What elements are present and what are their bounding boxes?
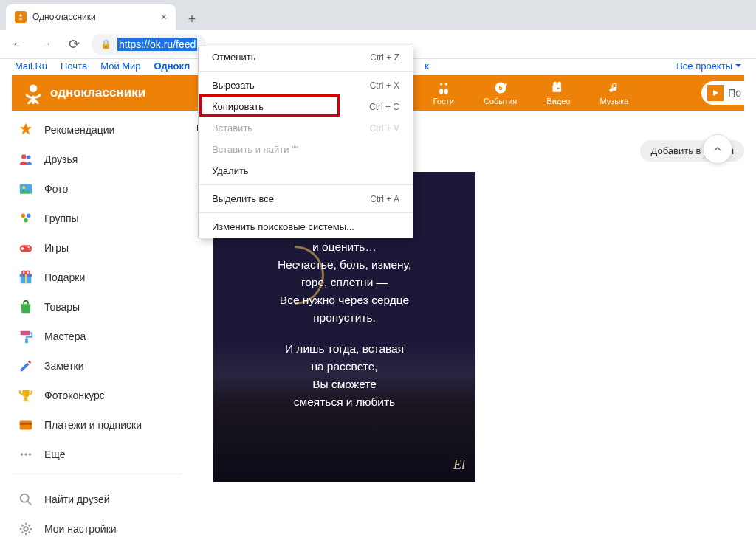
photo-icon (18, 181, 34, 197)
nav-video[interactable]: Видео (546, 80, 570, 105)
sidebar-games[interactable]: Игры (12, 233, 182, 263)
events-icon: 5 (493, 80, 508, 95)
svg-point-14 (27, 156, 30, 160)
lock-icon: 🔒 (100, 39, 111, 49)
sidebar-settings[interactable]: Мои настройки (12, 514, 182, 540)
sidebar-gifts[interactable]: Подарки (12, 263, 182, 292)
bag-icon (18, 299, 34, 315)
sidebar-find-friends[interactable]: Найти друзей (12, 485, 182, 514)
svg-point-7 (445, 83, 447, 85)
nav-events[interactable]: 5События (484, 80, 517, 105)
card-icon (18, 417, 34, 433)
ok-favicon (15, 11, 27, 23)
svg-point-38 (29, 453, 32, 456)
post-button[interactable]: По (701, 81, 746, 105)
svg-point-37 (24, 453, 27, 456)
star-icon (18, 122, 34, 138)
svg-point-24 (29, 249, 30, 250)
svg-point-12 (558, 82, 562, 86)
nav-music[interactable]: Музыка (599, 80, 628, 105)
svg-rect-31 (25, 339, 28, 343)
sidebar-market[interactable]: Товары (12, 292, 182, 322)
reload-button[interactable]: ⟳ (63, 34, 84, 55)
svg-rect-33 (23, 400, 28, 401)
svg-point-1 (30, 85, 38, 93)
svg-point-17 (21, 214, 25, 218)
svg-rect-27 (25, 274, 27, 283)
scroll-top-button[interactable] (703, 134, 732, 164)
cm-cut[interactable]: ВырезатьCtrl + X (199, 75, 413, 96)
svg-point-36 (21, 453, 24, 456)
svg-point-11 (554, 82, 557, 86)
svg-point-16 (22, 186, 25, 189)
mymir-link[interactable]: Мой Мир (100, 60, 140, 72)
sidebar-groups[interactable]: Группы (12, 204, 182, 233)
all-projects[interactable]: Все проекты (676, 60, 741, 72)
play-icon (707, 85, 724, 101)
sidebar-notes[interactable]: Заметки (12, 351, 182, 381)
people-icon (18, 151, 34, 167)
k-link[interactable]: к (425, 60, 429, 72)
cm-copy[interactable]: КопироватьCtrl + C (199, 96, 413, 117)
gift-icon (18, 269, 34, 285)
svg-rect-34 (20, 421, 32, 430)
url-input[interactable]: 🔒 https://ok.ru/feed (92, 34, 206, 55)
signature: El (453, 455, 465, 476)
music-icon (607, 80, 622, 95)
browser-tab[interactable]: Одноклассники × (6, 4, 176, 30)
svg-point-29 (26, 271, 30, 274)
cm-select-all[interactable]: Выделить всеCtrl + A (199, 188, 413, 210)
cm-search-engines[interactable]: Изменить поисковые системы... (199, 216, 413, 238)
tab-title: Одноклассники (32, 12, 96, 22)
svg-rect-30 (21, 331, 30, 336)
cm-delete[interactable]: Удалить (199, 160, 413, 181)
context-menu: ОтменитьCtrl + Z ВырезатьCtrl + X Копиро… (198, 46, 413, 238)
chevron-up-icon (712, 143, 724, 155)
search-icon (18, 491, 34, 508)
sidebar-more[interactable]: Ещё (12, 440, 182, 469)
mail-link[interactable]: Почта (61, 60, 87, 72)
svg-point-40 (24, 527, 28, 531)
guests-icon (436, 80, 451, 95)
svg-point-19 (24, 218, 28, 223)
ok-link[interactable]: Однокл (154, 60, 190, 72)
mailru-link[interactable]: Mail.Ru (15, 60, 47, 72)
ok-brand[interactable]: одноклассники (12, 82, 156, 104)
svg-point-0 (19, 14, 21, 16)
roller-icon (18, 328, 34, 345)
cm-undo[interactable]: ОтменитьCtrl + Z (199, 46, 413, 68)
svg-rect-22 (21, 248, 24, 249)
svg-text:5: 5 (498, 84, 502, 91)
new-tab-button[interactable]: + (182, 9, 202, 30)
cm-paste-search: Вставить и найти "" (199, 139, 413, 160)
ok-top-nav: Друзья Гости 5События Видео Музыка (377, 80, 628, 105)
video-icon (551, 80, 566, 95)
sidebar-reco[interactable]: Рекомендации (12, 115, 182, 145)
sidebar-photo[interactable]: Фото (12, 174, 182, 204)
sidebar-payments[interactable]: Платежи и подписки (12, 410, 182, 440)
svg-rect-32 (24, 398, 27, 401)
close-icon[interactable]: × (161, 11, 167, 23)
svg-point-6 (440, 83, 442, 85)
sidebar-contest[interactable]: Фотоконкурс (12, 381, 182, 410)
forward-button: → (35, 34, 56, 55)
svg-point-23 (28, 246, 30, 248)
nav-guests[interactable]: Гости (433, 80, 454, 105)
svg-point-13 (21, 154, 26, 159)
svg-point-39 (21, 494, 29, 502)
sidebar-masters[interactable]: Мастера (12, 322, 182, 351)
svg-point-18 (27, 214, 30, 218)
sidebar: Рекомендации Друзья Фото Группы Игры Под… (12, 111, 182, 540)
svg-point-5 (444, 89, 448, 94)
back-button[interactable]: ← (7, 34, 28, 55)
svg-point-28 (22, 271, 26, 274)
ok-logo-icon (22, 82, 44, 104)
trophy-icon (18, 387, 34, 404)
url-text: https://ok.ru/feed (117, 38, 197, 51)
svg-point-4 (439, 89, 443, 94)
gear-icon (18, 521, 34, 537)
svg-rect-35 (20, 423, 32, 425)
more-icon (18, 446, 34, 463)
browser-tab-strip: Одноклассники × + (0, 0, 756, 30)
sidebar-friends[interactable]: Друзья (12, 145, 182, 174)
